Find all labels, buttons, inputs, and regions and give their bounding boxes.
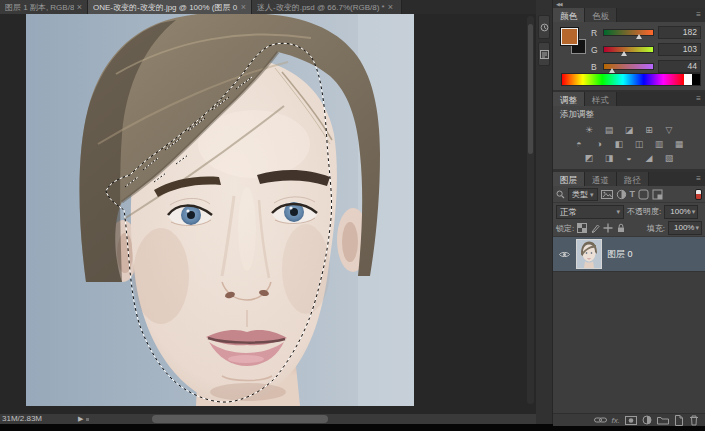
red-channel-row: R 182 — [591, 24, 701, 41]
new-group-icon[interactable] — [657, 416, 669, 425]
posterize-icon[interactable]: ◨ — [601, 152, 617, 165]
layers-panel-tabs: 图层 通道 路径 ≡ — [553, 172, 705, 186]
blend-mode-dropdown[interactable]: 正常 ▾ — [556, 205, 624, 219]
adjustment-icon-row: ☀ ▤ ◪ ⊞ ▽ — [553, 124, 705, 137]
tab-swatches[interactable]: 色板 — [585, 8, 617, 22]
panel-menu-icon[interactable]: ≡ — [692, 92, 705, 106]
panel-menu-icon[interactable]: ≡ — [692, 8, 705, 22]
tab-color[interactable]: 颜色 — [553, 8, 585, 22]
tab-adjustments[interactable]: 调整 — [553, 92, 585, 106]
document-tab-3[interactable]: 迷人-改变的.psd @ 66.7%(RGB/8) * × — [252, 0, 402, 14]
white-swatch[interactable] — [684, 74, 692, 85]
layers-panel-footer: fx. — [553, 413, 705, 426]
add-adjustment-label: 添加调整 — [560, 109, 705, 121]
close-icon[interactable]: × — [388, 2, 393, 12]
blue-channel-value[interactable]: 44 — [658, 60, 701, 73]
red-channel-slider[interactable] — [603, 29, 654, 36]
chevron-down-icon: ▾ — [590, 189, 594, 200]
levels-icon[interactable]: ▤ — [601, 124, 617, 137]
slider-handle[interactable] — [636, 34, 642, 39]
document-size-readout: 31M/2.83M — [2, 414, 42, 424]
canvas-horizontal-scrollbar-thumb[interactable] — [152, 415, 328, 423]
gradient-map-icon[interactable]: ◢ — [641, 152, 657, 165]
document-tab-label: 迷人-改变的.psd @ 66.7%(RGB/8) * — [257, 2, 385, 13]
scrollbar-thumb[interactable] — [528, 24, 533, 154]
document-tab-2-active[interactable]: ONE-改变的-改变的.jpg @ 100% (图层 0, RGB/8#) * … — [88, 0, 252, 14]
filter-smart-object-icon[interactable] — [652, 189, 663, 200]
filter-pixel-layers-icon[interactable] — [601, 189, 613, 200]
chevron-down-icon: ▾ — [695, 222, 699, 234]
link-layers-icon[interactable] — [594, 416, 607, 424]
filter-adjustment-layers-icon[interactable] — [616, 189, 627, 200]
properties-panel-button[interactable] — [538, 42, 550, 66]
lock-transparency-icon[interactable] — [577, 223, 587, 233]
color-lookup-icon[interactable]: ▦ — [671, 138, 687, 151]
hue-ramp[interactable] — [562, 74, 684, 85]
photo-canvas[interactable] — [26, 14, 414, 406]
panel-menu-icon[interactable]: ≡ — [692, 172, 705, 186]
layer-style-fx-icon[interactable]: fx. — [612, 416, 620, 425]
black-white-icon[interactable]: ◧ — [611, 138, 627, 151]
red-channel-value[interactable]: 182 — [658, 26, 701, 39]
close-icon[interactable]: × — [77, 2, 82, 12]
tab-paths[interactable]: 路径 — [617, 172, 649, 186]
document-tab-1[interactable]: 图层 1 副本, RGB/8#) * × — [0, 0, 88, 14]
status-dot-icon — [86, 418, 89, 421]
green-channel-slider[interactable] — [603, 46, 654, 53]
lock-image-icon[interactable] — [590, 223, 600, 233]
curves-icon[interactable]: ◪ — [621, 124, 637, 137]
lock-all-icon[interactable] — [616, 223, 626, 233]
filter-toggle-switch[interactable] — [695, 189, 702, 200]
layer-thumbnail[interactable] — [576, 239, 602, 269]
vibrance-icon[interactable]: ▽ — [661, 124, 677, 137]
channel-sliders: R 182 G 103 — [591, 24, 701, 75]
chevron-down-icon: ▾ — [616, 206, 620, 218]
black-swatch[interactable] — [692, 74, 700, 85]
green-channel-label: G — [591, 45, 599, 55]
photoshop-window: 图层 1 副本, RGB/8#) * × ONE-改变的-改变的.jpg @ 1… — [0, 0, 705, 431]
opacity-value-field[interactable]: 100% ▾ — [664, 205, 698, 219]
tab-layers[interactable]: 图层 — [553, 172, 585, 186]
invert-icon[interactable]: ◩ — [581, 152, 597, 165]
filter-type-layers-icon[interactable]: T — [630, 189, 636, 199]
green-channel-value[interactable]: 103 — [658, 43, 701, 56]
adjustment-icon-row: ◩ ◨ ◒ ◢ ▧ — [553, 152, 705, 165]
selective-color-icon[interactable]: ▧ — [661, 152, 677, 165]
tab-channels[interactable]: 通道 — [585, 172, 617, 186]
delete-layer-icon[interactable] — [689, 415, 699, 426]
document-tab-label: 图层 1 副本, RGB/8#) * — [5, 2, 74, 13]
visibility-eye-icon[interactable] — [557, 251, 571, 258]
opacity-label: 不透明度: — [627, 206, 661, 217]
channel-mixer-icon[interactable]: ▥ — [651, 138, 667, 151]
color-spectrum-ramp[interactable] — [561, 73, 701, 86]
lock-position-icon[interactable] — [603, 223, 613, 233]
panel-column: 颜色 色板 ≡ R 182 — [553, 0, 705, 424]
close-icon[interactable]: × — [241, 2, 246, 12]
new-layer-icon[interactable] — [674, 415, 684, 426]
hue-saturation-icon[interactable]: ◓ — [571, 138, 587, 151]
color-balance-icon[interactable]: ◑ — [591, 138, 607, 151]
threshold-icon[interactable]: ◒ — [621, 152, 637, 165]
status-play-icon[interactable]: ▶ — [78, 414, 83, 424]
exposure-icon[interactable]: ⊞ — [641, 124, 657, 137]
layer-name[interactable]: 图层 0 — [607, 248, 633, 261]
collapsed-panel-strip — [536, 0, 553, 424]
add-layer-mask-icon[interactable] — [625, 416, 637, 425]
history-panel-button[interactable] — [538, 15, 550, 39]
brightness-contrast-icon[interactable]: ☀ — [581, 124, 597, 137]
lock-label: 锁定: — [556, 223, 574, 234]
filter-shape-layers-icon[interactable] — [638, 189, 649, 200]
tab-styles[interactable]: 样式 — [585, 92, 617, 106]
filter-kind-dropdown[interactable]: 类型 ▾ — [568, 188, 598, 201]
slider-handle[interactable] — [621, 51, 627, 56]
fill-label: 填充: — [647, 223, 665, 234]
blue-channel-slider[interactable] — [603, 63, 654, 70]
canvas-area[interactable] — [0, 14, 536, 414]
canvas-vertical-scrollbar[interactable] — [527, 16, 534, 404]
fill-value-field[interactable]: 100% ▾ — [668, 221, 702, 235]
foreground-color-swatch[interactable] — [561, 28, 578, 45]
photo-filter-icon[interactable]: ◫ — [631, 138, 647, 151]
layer-row-selected[interactable]: 图层 0 — [553, 237, 705, 272]
layer-list: 图层 0 — [553, 237, 705, 413]
new-adjustment-layer-icon[interactable] — [642, 415, 652, 425]
